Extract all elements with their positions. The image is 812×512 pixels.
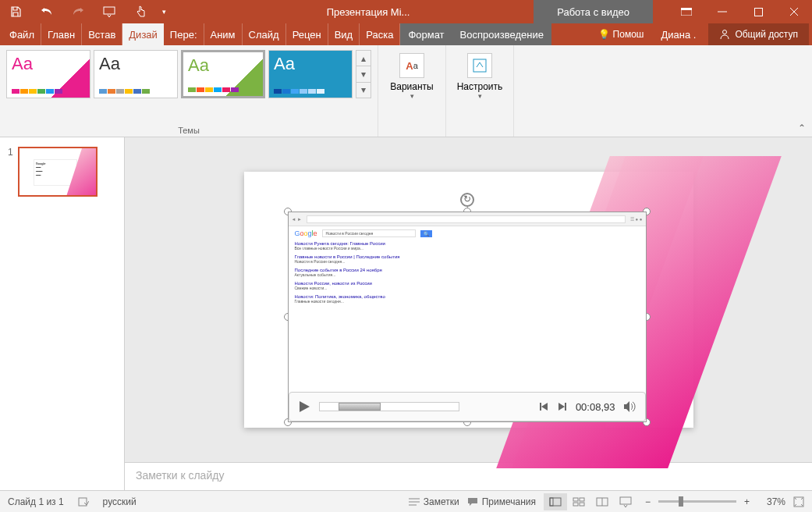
collapse-ribbon-button[interactable]: ⌃ [798,123,806,133]
reading-view-button[interactable] [590,493,614,510]
themes-group-label: Темы [6,124,371,135]
tab-playback[interactable]: Воспроизведение [452,23,551,45]
tab-transitions[interactable]: Пере: [164,23,204,45]
slide-thumbnail-1[interactable]: 1 Google━━━━━━━━━━ [8,147,116,197]
browser-chrome: ◄ ►☰ ● ● [289,212,646,226]
touch-mode-button[interactable] [125,0,156,23]
account-name[interactable]: Диана . [654,29,702,41]
zoom-percentage[interactable]: 37% [757,496,785,507]
svg-rect-7 [79,498,87,506]
notes-toggle-button[interactable]: Заметки [409,496,459,507]
language-indicator[interactable]: русский [103,496,137,507]
ribbon-tabs: Файл Главн Встав Дизай Пере: Аним Слайд … [0,23,812,45]
spellcheck-button[interactable] [78,496,89,507]
theme-thumbnail-3[interactable]: Aa [181,50,265,98]
slide-canvas-area[interactable]: ◄ ►☰ ● ● Google Новости в России сегодня… [125,137,812,462]
share-button[interactable]: Общий доступ [708,23,809,45]
start-slideshow-button[interactable] [94,0,125,23]
spellcheck-icon [78,496,89,507]
document-title: Презентация Mi... [172,6,534,18]
progress-thumb[interactable] [339,403,381,411]
svg-rect-16 [580,503,584,506]
video-controls: 00:08,93 [289,392,646,421]
zoom-slider-thumb[interactable] [679,496,683,507]
browser-content: Google Новости в России сегодня 🔍 Новост… [289,226,646,311]
theme-thumbnail-4[interactable]: Aa [268,50,353,98]
play-button[interactable] [297,400,311,414]
theme-thumbnail-1[interactable]: Aa [6,50,90,98]
video-timestamp: 00:08,93 [576,401,615,413]
main-workspace: 1 Google━━━━━━━━━━ [0,137,812,490]
themes-group: Aa Aa Aa Aa ▴ ▾ ▾ Темы [0,45,378,137]
slide-canvas[interactable]: ◄ ►☰ ● ● Google Новости в России сегодня… [244,172,693,428]
tab-slideshow[interactable]: Слайд [243,23,286,45]
tab-format[interactable]: Формат [400,23,452,45]
svg-rect-11 [550,498,561,506]
svg-rect-6 [473,59,486,72]
step-forward-button[interactable] [557,401,568,412]
gallery-row-down-icon[interactable]: ▾ [356,66,371,82]
maximize-button[interactable] [740,0,776,23]
slide-sorter-view-button[interactable] [567,493,590,510]
notes-pane[interactable]: Заметки к слайду [125,462,812,490]
svg-rect-0 [104,7,115,14]
tab-design[interactable]: Дизай [122,23,164,45]
tab-review[interactable]: Рецен [286,23,328,45]
video-frame: ◄ ►☰ ● ● Google Новости в России сегодня… [288,212,647,422]
minimize-button[interactable] [704,0,740,23]
fit-icon [793,496,804,507]
notes-icon [409,497,420,507]
window-controls [668,0,812,23]
normal-view-button[interactable] [544,493,567,510]
fit-to-window-button[interactable] [793,496,804,507]
zoom-out-button[interactable]: − [645,496,651,507]
help-button[interactable]: 💡 Помош [594,29,649,40]
tab-file[interactable]: Файл [3,23,41,45]
tab-home[interactable]: Главн [41,23,82,45]
gallery-row-up-icon[interactable]: ▴ [356,51,371,66]
qat-customize-button[interactable]: ▾ [156,0,172,23]
step-back-button[interactable] [538,401,549,412]
customize-group: Настроить ▾ [446,45,514,137]
quick-access-toolbar: ▾ [0,0,172,23]
slide-counter[interactable]: Слайд 1 из 1 [8,496,64,507]
slideshow-view-button[interactable] [614,493,637,510]
svg-rect-4 [754,8,762,16]
comments-button[interactable]: Примечания [467,496,536,507]
ribbon-display-button[interactable] [668,0,704,23]
redo-button[interactable] [62,0,94,23]
variants-group: Aa Варианты ▾ [378,45,446,137]
theme-thumbnail-2[interactable]: Aa [94,50,178,98]
svg-point-5 [723,30,727,34]
tab-animations[interactable]: Аним [204,23,243,45]
gallery-more-icon[interactable]: ▾ [356,83,371,98]
google-logo: Google [295,229,317,237]
svg-rect-13 [573,498,578,501]
close-button[interactable] [776,0,812,23]
svg-rect-15 [573,503,578,506]
zoom-in-button[interactable]: + [744,496,750,507]
customize-icon [472,58,488,73]
themes-gallery-expand[interactable]: ▴ ▾ ▾ [356,50,371,98]
svg-rect-2 [681,8,692,10]
comments-icon [467,497,478,507]
variants-button[interactable]: Aa Варианты ▾ [385,50,439,103]
tab-storyboard[interactable]: Раска [360,23,400,45]
video-object[interactable]: ◄ ►☰ ● ● Google Новости в России сегодня… [288,212,647,422]
customize-button[interactable]: Настроить ▾ [452,50,507,103]
svg-rect-14 [580,498,584,501]
ribbon: Aa Aa Aa Aa ▴ ▾ ▾ Темы Aa [0,45,812,137]
zoom-slider[interactable] [658,500,736,503]
tab-insert[interactable]: Встав [82,23,122,45]
volume-button[interactable] [623,400,637,413]
rotate-handle[interactable] [460,193,474,207]
video-progress-bar[interactable] [319,402,459,411]
undo-button[interactable] [31,0,62,23]
view-buttons [544,493,637,510]
save-button[interactable] [0,0,31,23]
status-bar: Слайд 1 из 1 русский Заметки Примечания … [0,490,812,512]
svg-rect-12 [550,498,553,506]
slide-thumbnail-panel[interactable]: 1 Google━━━━━━━━━━ [0,137,125,490]
title-bar: ▾ Презентация Mi... Работа с видео [0,0,812,23]
tab-view[interactable]: Вид [328,23,360,45]
